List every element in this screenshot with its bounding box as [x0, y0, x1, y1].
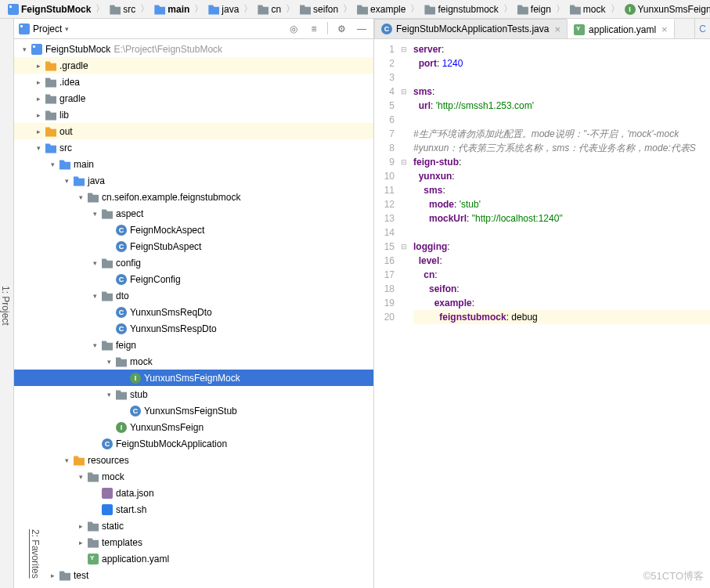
tree-row[interactable]: resources [14, 452, 373, 468]
folder-icon [45, 60, 56, 71]
breadcrumb-item[interactable]: feignstubmock [421, 4, 501, 15]
tree-path-hint: E:\Project\FeignStubMock [114, 44, 222, 55]
breadcrumb-item[interactable]: mock [567, 4, 609, 15]
breadcrumb-item[interactable]: java [205, 4, 242, 15]
tree-row[interactable]: CYunxunSmsRespDto [14, 320, 373, 337]
code-content[interactable]: server: port: 1240 sms: url: 'http://sms… [409, 39, 710, 588]
tree-row[interactable]: java [14, 172, 373, 189]
expand-arrow-icon[interactable] [77, 193, 85, 201]
folder-icon [517, 4, 528, 15]
expand-arrow-icon[interactable] [34, 95, 42, 103]
close-icon[interactable]: × [554, 23, 560, 35]
code-line: feign-stub: [413, 155, 710, 169]
tree-row[interactable]: templates [14, 534, 373, 550]
tree-row[interactable]: main [14, 156, 373, 172]
folder-icon [88, 521, 99, 532]
tree-row[interactable]: IYunxunSmsFeign [14, 419, 373, 435]
tree-row[interactable]: application.yaml [14, 550, 373, 567]
tab-overflow-icon[interactable]: C [694, 19, 710, 38]
expand-arrow-icon[interactable] [91, 210, 99, 218]
tree-row[interactable]: dto [14, 287, 373, 304]
tree-label: test [74, 570, 88, 581]
expand-arrow-icon[interactable] [77, 539, 85, 547]
tree-row[interactable]: .gradle [14, 57, 373, 74]
expand-arrow-icon[interactable] [34, 62, 42, 70]
tree-row[interactable]: feign [14, 337, 373, 353]
breadcrumb-item[interactable]: example [354, 4, 409, 15]
breadcrumb-item[interactable]: FeignStubMock [5, 4, 94, 15]
expand-arrow-icon[interactable] [63, 456, 70, 464]
breadcrumb-item[interactable]: src [106, 4, 139, 15]
tree-row[interactable]: CFeignConfig [14, 271, 373, 287]
tree-row[interactable]: stub [14, 386, 373, 402]
fold-handle[interactable]: ⊟ [399, 240, 409, 254]
tree-row[interactable]: start.sh [14, 501, 373, 518]
fold-handle[interactable]: ⊟ [399, 155, 409, 169]
breadcrumb-item[interactable]: IYunxunSmsFeignMock [622, 4, 710, 15]
tree-row[interactable]: data.json [14, 485, 373, 501]
main-area: 1: Project 2: Favorites Project ▾ ◎ ≡ ⚙ … [0, 19, 710, 588]
gear-icon[interactable]: ⚙ [334, 22, 348, 36]
editor-tab[interactable]: application.yaml× [567, 19, 675, 38]
breadcrumb-item[interactable]: seifon [297, 4, 341, 15]
locate-icon[interactable]: ◎ [287, 22, 301, 36]
line-number: 17 [374, 268, 395, 282]
tree-row[interactable]: static [14, 518, 373, 534]
expand-arrow-icon[interactable] [105, 391, 113, 399]
code-line: example: [413, 296, 710, 310]
collapse-icon[interactable]: ≡ [307, 22, 321, 36]
breadcrumb-item[interactable]: cn [254, 4, 284, 15]
project-tree[interactable]: FeignStubMock E:\Project\FeignStubMock.g… [14, 39, 373, 588]
expand-arrow-icon[interactable] [77, 473, 85, 481]
editor-tab[interactable]: CFeignStubMockApplicationTests.java× [374, 19, 568, 38]
tree-row[interactable]: cn.seifon.example.feignstubmock [14, 189, 373, 205]
tree-row[interactable]: CFeignStubAspect [14, 238, 373, 254]
expand-arrow-icon[interactable] [91, 292, 99, 300]
expand-arrow-icon[interactable] [34, 144, 42, 152]
tree-row[interactable]: aspect [14, 205, 373, 222]
tree-row[interactable]: IYunxunSmsFeignMock [14, 370, 373, 386]
tree-row[interactable]: out [14, 123, 373, 139]
expand-arrow-icon[interactable] [20, 45, 28, 53]
fold-handle[interactable]: ⊟ [399, 42, 409, 56]
hide-icon[interactable]: — [355, 22, 369, 36]
tree-label: YunxunSmsFeignStub [144, 406, 237, 417]
tree-row[interactable]: mock [14, 468, 373, 485]
breadcrumb-item[interactable]: main [151, 4, 193, 15]
expand-arrow-icon[interactable] [105, 358, 113, 366]
expand-arrow-icon[interactable] [34, 128, 42, 135]
expand-arrow-icon[interactable] [49, 572, 56, 579]
panel-title[interactable]: Project ▾ [19, 23, 69, 34]
tree-row[interactable]: .idea [14, 74, 373, 90]
close-icon[interactable]: × [661, 23, 668, 35]
code-editor[interactable]: 1234567891011121314151617181920 ⊟⊟⊟⊟ ser… [374, 39, 710, 588]
fold-handle [399, 169, 409, 183]
breadcrumb-separator: 〉 [410, 2, 420, 16]
tree-row[interactable]: CYunxunSmsFeignStub [14, 402, 373, 419]
tree-row[interactable]: CFeignMockAspect [14, 222, 373, 238]
expand-arrow-icon[interactable] [34, 78, 42, 86]
tree-row[interactable]: src [14, 139, 373, 156]
expand-arrow-icon[interactable] [91, 259, 99, 267]
expand-arrow-icon[interactable] [34, 111, 42, 119]
tree-row[interactable]: gradle [14, 90, 373, 106]
fold-column[interactable]: ⊟⊟⊟⊟ [399, 39, 409, 588]
expand-arrow-icon[interactable] [91, 341, 99, 349]
breadcrumb-item[interactable]: feign [514, 4, 554, 15]
tree-row[interactable]: lib [14, 106, 373, 123]
sidebar-tab-project[interactable]: 1: Project [0, 23, 11, 588]
expand-arrow-icon[interactable] [49, 161, 56, 168]
tree-row[interactable]: mock [14, 353, 373, 370]
tree-label: start.sh [116, 504, 146, 515]
code-line: #生产环境请勿添加此配置。mode说明：''-不开启，'mock'-mock [413, 127, 710, 141]
expand-arrow-icon[interactable] [77, 522, 85, 530]
tree-row[interactable]: CYunxunSmsReqDto [14, 304, 373, 320]
tree-row[interactable]: config [14, 254, 373, 271]
tree-row[interactable]: CFeignStubMockApplication [14, 435, 373, 452]
tree-row[interactable]: test [14, 567, 373, 583]
expand-arrow-icon[interactable] [63, 177, 70, 185]
fold-handle[interactable]: ⊟ [399, 85, 409, 99]
tree-row[interactable]: FeignStubMock E:\Project\FeignStubMock [14, 41, 373, 57]
breadcrumb: FeignStubMock〉src〉main〉java〉cn〉seifon〉ex… [0, 0, 710, 19]
code-line: level: [413, 254, 710, 268]
